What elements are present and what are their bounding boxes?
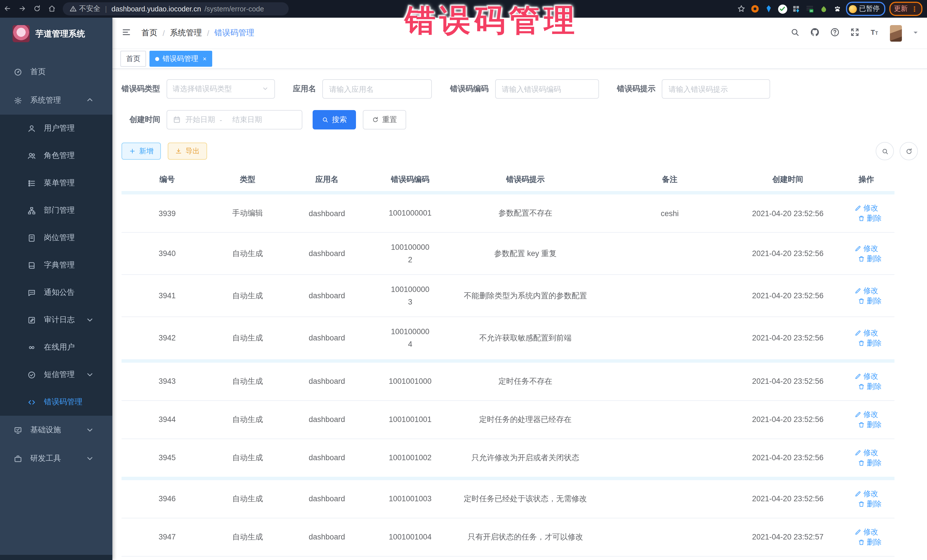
- sidebar-item-8[interactable]: 通知公告: [0, 279, 112, 306]
- delete-link[interactable]: 删除: [858, 296, 881, 306]
- sidebar-item-13[interactable]: 基础设施: [0, 416, 112, 444]
- edit-link[interactable]: 修改: [854, 527, 878, 537]
- error-type-select[interactable]: 请选择错误码类型: [166, 79, 275, 99]
- app-name-input[interactable]: [322, 79, 432, 99]
- page-content: 错误码类型 请选择错误码类型 应用名 错误码编码 错误码提示: [112, 69, 927, 560]
- edit-link[interactable]: 修改: [854, 203, 878, 213]
- address-bar[interactable]: 不安全 | dashboard.yudao.iocoder.cn/system/…: [63, 2, 289, 15]
- column-header-2: 应用名: [283, 168, 371, 193]
- book-icon: [27, 261, 36, 269]
- chevron-down-icon: [85, 426, 102, 434]
- app-logo[interactable]: 芋道管理系统: [0, 18, 112, 50]
- font-size-icon[interactable]: TT: [870, 27, 880, 39]
- date-range-picker[interactable]: 开始日期 - 结束日期: [167, 110, 302, 129]
- delete-link[interactable]: 删除: [858, 458, 881, 468]
- column-header-7: 操作: [838, 168, 895, 193]
- chevron-down-icon[interactable]: [912, 29, 919, 37]
- table-row: 3943自动生成dashboard1001001000定时任务不存在2021-0…: [122, 361, 895, 400]
- sidebar-item-2[interactable]: 用户管理: [0, 115, 112, 142]
- sidebar-item-14[interactable]: 研发工具: [0, 444, 112, 473]
- sidebar-item-3[interactable]: 角色管理: [0, 142, 112, 169]
- delete-link[interactable]: 删除: [858, 419, 881, 430]
- export-button[interactable]: 导出: [168, 143, 207, 160]
- column-header-4: 错误码提示: [449, 168, 602, 193]
- sidebar-item-9[interactable]: 审计日志: [0, 306, 112, 334]
- edit-link[interactable]: 修改: [854, 243, 878, 253]
- calendar-icon: [173, 115, 181, 124]
- sidebar-item-5[interactable]: 部门管理: [0, 197, 112, 224]
- browser-menu-icon[interactable]: ⋮: [911, 5, 918, 13]
- tag-error-code[interactable]: 错误码管理×: [149, 51, 212, 67]
- row-actions: 修改删除: [838, 478, 895, 518]
- sidebar-item-10[interactable]: 在线用户: [0, 334, 112, 361]
- grid-extension-icon[interactable]: [791, 4, 801, 14]
- edit-link[interactable]: 修改: [854, 409, 878, 419]
- sidebar-item-11[interactable]: 短信管理: [0, 361, 112, 389]
- tags-view-bar: 首页 错误码管理×: [112, 49, 927, 69]
- search-button[interactable]: 搜索: [313, 110, 356, 129]
- avatar-emoji-icon: [849, 5, 857, 13]
- sidebar-item-6[interactable]: 岗位管理: [0, 224, 112, 252]
- search-icon[interactable]: [790, 27, 800, 39]
- edit-link[interactable]: 修改: [854, 328, 878, 338]
- close-tag-icon[interactable]: ×: [203, 55, 207, 62]
- sidebar-item-12[interactable]: 错误码管理: [0, 389, 112, 416]
- breadcrumb-system[interactable]: 系统管理: [170, 28, 202, 38]
- toggle-search-button[interactable]: [876, 142, 894, 160]
- paw-extension-icon[interactable]: [832, 4, 842, 14]
- orange-ring-extension-icon[interactable]: [750, 4, 760, 14]
- edit-link[interactable]: 修改: [854, 286, 878, 296]
- edit-link[interactable]: 修改: [854, 371, 878, 381]
- delete-link[interactable]: 删除: [858, 499, 881, 509]
- table-row: 3942自动生成dashboard100100000 4不允许获取敏感配置到前端…: [122, 317, 895, 361]
- filter-label-type: 错误码类型: [122, 84, 160, 94]
- fullscreen-icon[interactable]: [850, 27, 860, 39]
- green-drop-extension-icon[interactable]: [819, 4, 828, 14]
- delete-link[interactable]: 删除: [858, 253, 881, 264]
- error-msg-input[interactable]: [662, 79, 770, 99]
- logo-image: [12, 25, 30, 42]
- sidebar-item-7[interactable]: 字典管理: [0, 252, 112, 279]
- users-icon: [27, 152, 36, 160]
- update-chip[interactable]: 更新⋮: [889, 2, 922, 16]
- sms-icon: [27, 370, 36, 379]
- audit-log-icon: [27, 316, 36, 324]
- url-domain: dashboard.yudao.iocoder.cn: [111, 5, 201, 13]
- delete-link[interactable]: 删除: [858, 381, 881, 392]
- browser-forward-icon[interactable]: [15, 4, 30, 14]
- bookmark-star-icon[interactable]: [737, 4, 746, 14]
- browser-reload-icon[interactable]: [30, 4, 44, 14]
- github-icon[interactable]: [810, 27, 820, 39]
- user-icon: [27, 124, 36, 133]
- delete-link[interactable]: 删除: [858, 537, 881, 547]
- green-check-extension-icon[interactable]: [778, 4, 787, 14]
- blue-gem-extension-icon[interactable]: [764, 4, 774, 14]
- column-header-3: 错误码编码: [371, 168, 449, 193]
- delete-link[interactable]: 删除: [858, 213, 881, 223]
- collapse-sidebar-icon[interactable]: [122, 27, 131, 39]
- refresh-table-button[interactable]: [900, 142, 918, 160]
- reset-button[interactable]: 重置: [363, 110, 406, 129]
- error-code-input[interactable]: [495, 79, 599, 99]
- browser-back-icon[interactable]: [0, 4, 15, 14]
- sidebar-item-4[interactable]: 菜单管理: [0, 169, 112, 197]
- tag-home[interactable]: 首页: [120, 51, 146, 67]
- browser-home-icon[interactable]: [44, 4, 59, 14]
- sidebar-item-0[interactable]: 首页: [0, 58, 112, 86]
- error-code-table: 编号类型应用名错误码编码错误码提示备注创建时间操作 3939手动编辑dashbo…: [122, 168, 895, 560]
- svg-text:T: T: [875, 31, 878, 36]
- chevron-up-icon: [85, 96, 102, 105]
- sidebar-item-1[interactable]: 系统管理: [0, 86, 112, 115]
- help-icon[interactable]: [830, 27, 840, 39]
- profile-paused-chip[interactable]: 已暂停: [846, 2, 885, 16]
- delete-link[interactable]: 删除: [858, 338, 881, 348]
- infra-icon: [14, 426, 22, 434]
- edit-link[interactable]: 修改: [854, 489, 878, 499]
- column-header-0: 编号: [122, 168, 213, 193]
- row-actions: 修改删除: [838, 193, 895, 232]
- add-button[interactable]: 新增: [122, 143, 161, 160]
- edit-link[interactable]: 修改: [854, 448, 878, 458]
- user-avatar[interactable]: [890, 25, 902, 41]
- list-on-extension-icon[interactable]: on: [805, 4, 815, 14]
- breadcrumb-home[interactable]: 首页: [141, 28, 158, 38]
